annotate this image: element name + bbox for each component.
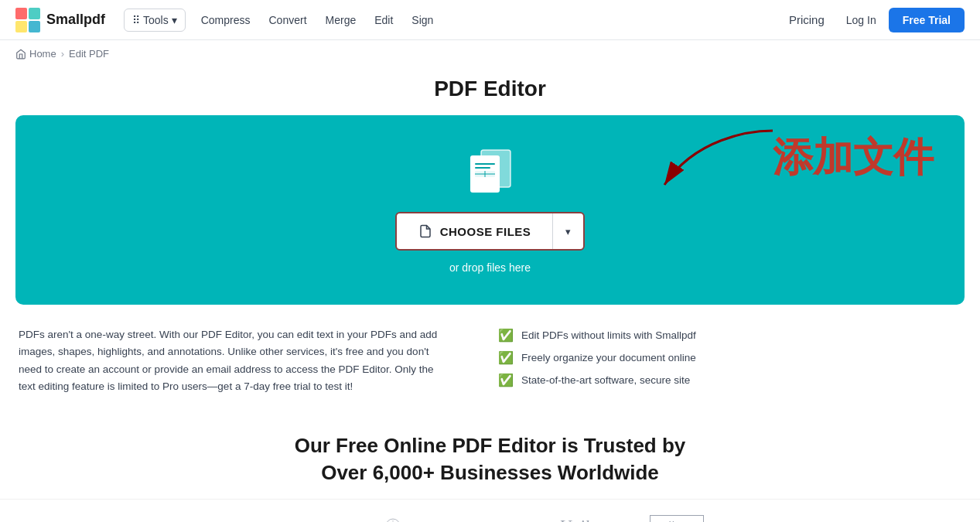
upload-dropdown-button[interactable]: ▾	[552, 213, 583, 249]
check-icon-1: ✅	[498, 328, 514, 343]
drop-hint: or drop files here	[449, 261, 531, 274]
file-icon	[418, 224, 432, 238]
facebook-logo: FACEBOOK	[276, 519, 354, 522]
nav-merge[interactable]: Merge	[316, 9, 366, 31]
check-icon-2: ✅	[498, 350, 514, 365]
logo-icon	[15, 8, 40, 32]
svg-rect-2	[15, 21, 27, 32]
trusted-section: Our Free Online PDF Editor is Trusted by…	[0, 411, 980, 499]
feature-item-2: ✅ Freely organize your document online	[498, 350, 696, 365]
columbia-crest-icon	[385, 518, 401, 522]
logo[interactable]: Smallpdf	[15, 8, 105, 32]
unilever-logo: Unilever	[559, 516, 619, 522]
info-description: PDFs aren't a one-way street. With our P…	[19, 326, 452, 395]
chevron-down-icon: ▾	[565, 226, 571, 237]
upload-icon-area	[459, 146, 521, 200]
pdf-upload-icon	[459, 146, 521, 196]
svg-rect-3	[29, 21, 40, 32]
page-title: PDF Editor	[0, 77, 980, 101]
feature-label-3: State-of-the-art software, secure site	[521, 374, 690, 386]
upload-area: CHOOSE FILES ▾ or drop files here 添加文件	[15, 115, 965, 305]
home-icon	[15, 49, 26, 60]
svg-rect-1	[29, 8, 40, 19]
features-list: ✅ Edit PDFs without limits with Smallpdf…	[498, 326, 696, 387]
feature-label-2: Freely organize your document online	[521, 352, 696, 363]
nav-convert[interactable]: Convert	[260, 9, 316, 31]
trusted-title: Our Free Online PDF Editor is Trusted by…	[15, 432, 965, 486]
logo-text: Smallpdf	[46, 12, 105, 28]
breadcrumb-home[interactable]: Home	[15, 48, 56, 60]
svg-rect-0	[15, 8, 27, 19]
svg-rect-6	[475, 163, 495, 165]
breadcrumb: Home › Edit PDF	[0, 40, 980, 67]
nav-pricing[interactable]: Pricing	[780, 9, 834, 31]
breadcrumb-current: Edit PDF	[69, 48, 109, 60]
upload-button-row: CHOOSE FILES ▾	[395, 212, 586, 251]
check-icon-3: ✅	[498, 373, 514, 387]
grid-icon: ⠿	[132, 14, 140, 26]
logo-strip: FACEBOOK COLUMBIA UNIVERSITY Unilever Hi…	[0, 499, 980, 522]
choose-files-button[interactable]: CHOOSE FILES	[397, 213, 553, 249]
info-section: PDFs aren't a one-way street. With our P…	[0, 305, 980, 411]
navbar: Smallpdf ⠿ Tools ▾ Compress Convert Merg…	[0, 0, 980, 40]
tools-menu-button[interactable]: ⠿ Tools ▾	[124, 9, 186, 32]
login-button[interactable]: Log In	[834, 9, 889, 31]
hilton-logo: Hilton	[650, 515, 704, 522]
chevron-down-icon: ▾	[172, 14, 177, 26]
columbia-logo: COLUMBIA UNIVERSITY	[385, 518, 528, 522]
feature-item-3: ✅ State-of-the-art software, secure site	[498, 373, 696, 387]
feature-item-1: ✅ Edit PDFs without limits with Smallpdf	[498, 328, 696, 343]
annotation-arrow	[649, 123, 788, 200]
svg-rect-7	[475, 167, 490, 169]
breadcrumb-separator: ›	[61, 48, 64, 60]
annotation-overlay: 添加文件	[773, 131, 934, 185]
annotation-text: 添加文件	[773, 135, 934, 179]
free-trial-button[interactable]: Free Trial	[889, 8, 965, 32]
nav-edit[interactable]: Edit	[365, 9, 402, 31]
nav-compress[interactable]: Compress	[192, 9, 260, 31]
feature-label-1: Edit PDFs without limits with Smallpdf	[521, 329, 696, 341]
nav-sign[interactable]: Sign	[402, 9, 442, 31]
